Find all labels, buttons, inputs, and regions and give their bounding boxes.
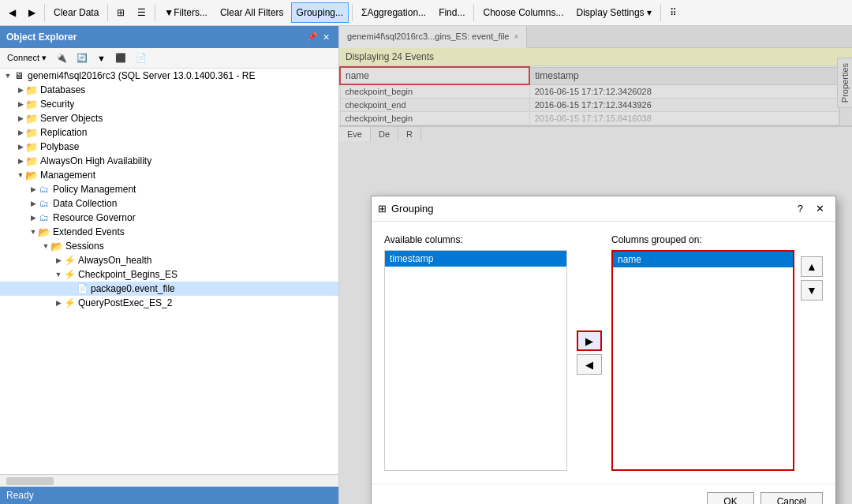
dialog-title-label: Grouping [391,203,433,215]
available-columns-label: Available columns: [384,234,567,245]
sessions-folder-icon: 📂 [50,240,63,252]
main-layout: Object Explorer 📌 ✕ Connect ▾ 🔌 🔄 ▼ ⬛ 📄 … [0,26,852,504]
cancel-button[interactable]: Cancel [760,492,823,504]
server-objects-folder-icon: 📁 [25,112,38,125]
move-right-button[interactable]: ▶ [577,330,602,351]
tree-item-server-objects[interactable]: ▶ 📁 Server Objects [0,111,338,125]
oe-new-query-button[interactable]: 📄 [132,50,151,65]
tree-item-management[interactable]: ▼ 📂 Management [0,168,338,182]
choose-columns-button[interactable]: Choose Columns... [477,2,569,23]
checkpoint-toggle[interactable]: ▼ [54,271,63,278]
tree-item-polybase[interactable]: ▶ 📁 Polybase [0,140,338,154]
filters-button[interactable]: ▼ Filters... [159,2,213,23]
connect-button[interactable]: Connect ▾ [3,50,50,65]
security-toggle[interactable]: ▶ [16,100,25,108]
policy-label: Policy Management [53,184,136,195]
list-view-button[interactable]: ☰ [132,2,151,23]
polybase-toggle[interactable]: ▶ [16,143,25,151]
aggregation-icon: Σ [361,7,367,18]
polybase-label: Polybase [40,141,79,152]
forward-button[interactable]: ▶ [23,2,41,23]
dialog-help-button[interactable]: ? [793,200,808,217]
tree-item-replication[interactable]: ▶ 📁 Replication [0,125,338,140]
forward-icon: ▶ [28,7,36,18]
move-up-button[interactable]: ▲ [801,256,823,277]
move-left-button[interactable]: ◀ [577,354,602,375]
available-item-timestamp[interactable]: timestamp [385,251,566,267]
alwayson-label: AlwaysOn High Availability [40,155,151,166]
server-toggle[interactable]: ▼ [3,72,13,80]
oe-close-button[interactable]: ✕ [320,32,332,43]
dialog-controls: ? ✕ [793,200,829,217]
object-explorer-controls: 📌 ✕ [307,32,332,43]
grouped-item-name[interactable]: name [613,252,793,267]
alwayson-health-toggle[interactable]: ▶ [54,256,63,264]
tree-item-data-collection[interactable]: ▶ 🗂 Data Collection [0,196,338,211]
tree-item-alwayson[interactable]: ▶ 📁 AlwaysOn High Availability [0,154,338,168]
tree-item-package0[interactable]: 📄 package0.event_file [0,282,338,296]
oe-stop-button[interactable]: ⬛ [111,50,130,65]
tree-item-resource-governor[interactable]: ▶ 🗂 Resource Governor [0,211,338,225]
grouped-name-label: name [618,254,641,265]
right-panel: genemi4f\sql2016rc3...gins_ES: event_fil… [339,26,852,504]
find-button[interactable]: Find... [433,2,470,23]
tree-item-server[interactable]: ▼ 🖥 genemi4f\sql2016rc3 (SQL Server 13.0… [0,69,338,83]
oe-disconnect-button[interactable]: 🔌 [52,50,71,65]
clear-all-filters-button[interactable]: Clear All Filters [215,2,290,23]
grid-view-button[interactable]: ⊞ [111,2,130,23]
management-label: Management [40,170,95,181]
separator-4 [352,4,353,21]
oe-refresh-button[interactable]: 🔄 [73,50,92,65]
querypostexec-toggle[interactable]: ▶ [54,299,63,307]
data-collection-toggle[interactable]: ▶ [28,200,38,207]
object-explorer-header: Object Explorer 📌 ✕ [0,26,338,48]
tree-horizontal-scrollbar[interactable] [0,474,338,487]
clear-data-button[interactable]: Clear Data [48,2,104,23]
databases-label: Databases [40,84,85,95]
find-label: Find... [439,7,465,18]
sessions-toggle[interactable]: ▼ [41,242,50,250]
tree-item-extended-events[interactable]: ▼ 📂 Extended Events [0,225,338,239]
policy-icon: 🗂 [38,183,50,196]
move-down-button[interactable]: ▼ [801,280,823,301]
management-toggle[interactable]: ▼ [16,171,25,179]
security-label: Security [40,99,74,110]
aggregation-button[interactable]: Σ Aggregation... [356,2,432,23]
available-columns-listbox[interactable]: timestamp [384,250,567,471]
transfer-buttons: ▶ ◀ [567,234,611,471]
resource-label: Resource Governor [53,212,136,223]
alwayson-health-label: AlwaysOn_health [78,255,151,266]
oe-filter-button[interactable]: ▼ [93,51,110,65]
tree-item-sessions[interactable]: ▼ 📂 Sessions [0,239,338,253]
policy-toggle[interactable]: ▶ [28,185,38,193]
back-button[interactable]: ◀ [3,2,21,23]
grouping-button[interactable]: Grouping... [291,2,349,23]
tree-item-checkpoint-begins[interactable]: ▼ ⚡ Checkpoint_Begins_ES [0,267,338,282]
extended-events-toggle[interactable]: ▼ [28,228,38,236]
resource-toggle[interactable]: ▶ [28,214,38,222]
dialog-close-button[interactable]: ✕ [811,200,829,217]
move-up-icon: ▲ [806,260,817,273]
databases-toggle[interactable]: ▶ [16,86,25,94]
aggregation-label: Aggregation... [367,7,426,18]
tree-item-databases[interactable]: ▶ 📁 Databases [0,83,338,97]
separator-2 [107,4,108,21]
alwayson-toggle[interactable]: ▶ [16,157,25,165]
server-objects-toggle[interactable]: ▶ [16,114,25,122]
server-icon: 🖥 [13,69,25,82]
tree-item-alwayson-health[interactable]: ▶ ⚡ AlwaysOn_health [0,253,338,267]
separator-5 [473,4,474,21]
display-settings-button[interactable]: Display Settings ▾ [571,2,657,23]
list-icon: ☰ [137,7,146,18]
tree-item-policy-management[interactable]: ▶ 🗂 Policy Management [0,182,338,196]
polybase-folder-icon: 📁 [25,140,38,153]
ok-button[interactable]: OK [707,492,753,504]
management-folder-icon: 📂 [25,169,38,181]
replication-toggle[interactable]: ▶ [16,129,25,136]
choose-columns-label: Choose Columns... [483,7,563,18]
tree-item-querypostexec[interactable]: ▶ ⚡ QueryPostExec_ES_2 [0,296,338,310]
grouped-columns-listbox[interactable]: name [611,250,794,471]
tree-item-security[interactable]: ▶ 📁 Security [0,97,338,111]
sessions-label: Sessions [65,241,104,252]
more-options-button[interactable]: ⠿ [664,2,682,23]
